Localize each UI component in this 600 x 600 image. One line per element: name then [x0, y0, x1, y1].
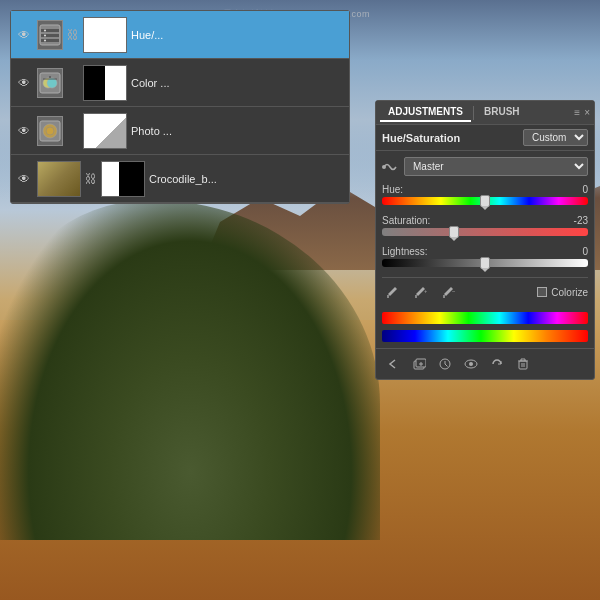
adjustments-panel: ADJUSTMENTS BRUSH ≡ × Hue/Saturation Cus…	[375, 100, 595, 380]
hue-label: Hue:	[382, 184, 403, 195]
layer-chain-hue: ⛓	[67, 28, 79, 42]
svg-point-27	[469, 362, 473, 366]
layer-thumb-hue-mask	[83, 17, 127, 53]
svg-point-14	[46, 127, 54, 135]
saturation-slider-group: Saturation: -23	[382, 215, 588, 236]
layer-icon-photo	[37, 116, 63, 146]
adj-panel-title: Hue/Saturation	[382, 132, 519, 144]
refresh-icon[interactable]	[486, 353, 508, 375]
svg-rect-28	[519, 361, 527, 369]
delete-icon[interactable]	[512, 353, 534, 375]
hue-thumb[interactable]	[480, 195, 490, 207]
svg-rect-2	[41, 34, 59, 37]
svg-rect-19	[443, 295, 445, 298]
svg-text:+: +	[424, 288, 427, 294]
svg-rect-16	[387, 295, 389, 298]
visibility-icon[interactable]	[460, 353, 482, 375]
layer-name-croc: Crocodile_b...	[149, 173, 345, 185]
back-icon[interactable]	[382, 353, 404, 375]
layer-name-photo: Photo ...	[131, 125, 345, 137]
light-label-row: Lightness: 0	[382, 246, 588, 257]
layer-chain-croc: ⛓	[85, 172, 97, 186]
eyedropper-plus-icon[interactable]: +	[410, 282, 430, 302]
tab-adjustments[interactable]: ADJUSTMENTS	[380, 103, 471, 122]
colorize-checkbox[interactable]	[537, 287, 547, 297]
saturation-label: Saturation:	[382, 215, 430, 226]
svg-point-15	[382, 165, 386, 169]
svg-point-5	[44, 34, 46, 36]
adj-body: Master Hue: 0 Saturation: -23	[376, 151, 594, 348]
layer-thumb-photo	[83, 113, 127, 149]
reset-icon[interactable]	[434, 353, 456, 375]
preset-dropdown[interactable]: Custom	[523, 129, 588, 146]
layer-row-color[interactable]: 👁 ⛓ Color ...	[11, 59, 349, 107]
eyedropper-minus-icon[interactable]: −	[438, 282, 458, 302]
channel-row: Master	[382, 157, 588, 176]
layer-eye-photo[interactable]: 👁	[15, 122, 33, 140]
layer-thumb-croc-mask	[101, 161, 145, 197]
hue-value: 0	[582, 184, 588, 195]
tab-brush[interactable]: BRUSH	[476, 103, 528, 122]
hue-spectrum-bar	[382, 312, 588, 324]
colorize-label: Colorize	[551, 287, 588, 298]
light-thumb[interactable]	[480, 257, 490, 269]
layer-eye-color[interactable]: 👁	[15, 74, 33, 92]
panel-menu-icon[interactable]: ≡	[574, 107, 580, 118]
layer-name-color: Color ...	[131, 77, 345, 89]
tab-divider	[473, 106, 474, 120]
saturation-value: -23	[574, 215, 588, 226]
croc-thumb-bg	[38, 162, 80, 196]
svg-rect-17	[415, 295, 417, 298]
create-layer-icon[interactable]	[408, 353, 430, 375]
layers-panel: 👁 ⛓ Hue/... 👁	[10, 10, 350, 204]
sat-thumb[interactable]	[449, 226, 459, 238]
adj-tools-row: + − Colorize	[382, 277, 588, 306]
panel-close-icon[interactable]: ×	[584, 107, 590, 118]
layer-eye-croc[interactable]: 👁	[15, 170, 33, 188]
eyedropper-icon[interactable]	[382, 282, 402, 302]
svg-rect-3	[41, 39, 59, 42]
lightness-value: 0	[582, 246, 588, 257]
channel-dropdown[interactable]: Master	[404, 157, 588, 176]
layer-icon-color	[37, 68, 63, 98]
hue-result-bar	[382, 330, 588, 342]
hue-track[interactable]	[382, 197, 588, 205]
svg-rect-1	[41, 29, 59, 32]
adj-tab-bar: ADJUSTMENTS BRUSH ≡ ×	[376, 101, 594, 125]
hue-label-row: Hue: 0	[382, 184, 588, 195]
lightness-label: Lightness:	[382, 246, 428, 257]
sat-label-row: Saturation: -23	[382, 215, 588, 226]
adj-title-row: Hue/Saturation Custom	[376, 125, 594, 151]
lightness-slider-group: Lightness: 0	[382, 246, 588, 267]
channel-tool-icon[interactable]	[382, 158, 400, 176]
layer-chain-photo: ⛓	[67, 124, 79, 138]
layer-name-hue: Hue/...	[131, 29, 345, 41]
hue-slider-group: Hue: 0	[382, 184, 588, 205]
layer-thumb-croc-photo	[37, 161, 81, 197]
layer-row-croc[interactable]: 👁 ⛓ Crocodile_b...	[11, 155, 349, 203]
layer-chain-color: ⛓	[67, 76, 79, 90]
panel-controls: ≡ ×	[574, 107, 590, 118]
layer-row-hue[interactable]: 👁 ⛓ Hue/...	[11, 11, 349, 59]
colorize-row: Colorize	[537, 287, 588, 298]
svg-point-6	[44, 39, 46, 41]
svg-text:−: −	[452, 288, 455, 294]
layer-eye-hue[interactable]: 👁	[15, 26, 33, 44]
svg-point-4	[44, 29, 46, 31]
adj-footer	[376, 348, 594, 379]
layer-icon-hue	[37, 20, 63, 50]
layer-row-photo[interactable]: 👁 ⛓ Photo ...	[11, 107, 349, 155]
layer-thumb-color	[83, 65, 127, 101]
light-track[interactable]	[382, 259, 588, 267]
sat-track[interactable]	[382, 228, 588, 236]
